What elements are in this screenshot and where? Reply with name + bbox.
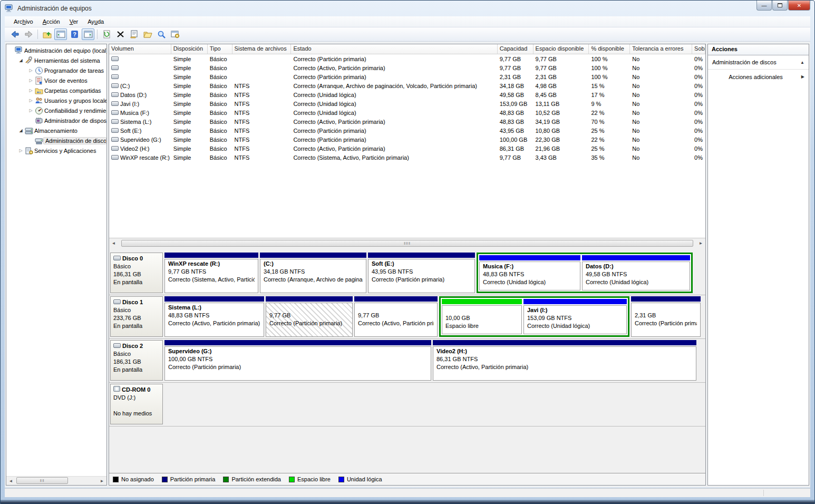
sidebar-item-administraci-n-de-discos[interactable]: Administración de discos [6, 135, 106, 146]
scrollbar-thumb[interactable]: ‖‖ [16, 477, 68, 484]
volume-row[interactable]: Soft (E:)SimpleBásicoNTFSCorrecto (Parti… [109, 126, 705, 135]
toolbar-button-console-window[interactable] [169, 28, 181, 40]
scroll-right-icon[interactable]: ► [98, 477, 106, 485]
volume-row[interactable]: SimpleBásicoCorrecto (Activo, Partición … [109, 63, 705, 72]
toolbar-button-delete[interactable] [114, 28, 127, 40]
cdrom-label[interactable]: CD-ROM 0DVD (J:) No hay medios [110, 384, 163, 424]
scrollbar-thumb[interactable]: ‖‖‖ [121, 240, 693, 247]
partition-video2-h[interactable]: Video2 (H:)86,31 GB NTFSCorrecto (Activo… [433, 340, 696, 381]
column-header--disponible[interactable]: % disponible [589, 44, 630, 54]
volume-row[interactable]: WinXP rescate (R:)SimpleBásicoNTFSCorrec… [109, 153, 705, 162]
volume-row[interactable]: SimpleBásicoCorrecto (Partición primaria… [109, 72, 705, 81]
menu-item-accin[interactable]: Acción [38, 17, 65, 26]
toolbar-button-properties[interactable] [128, 28, 140, 40]
column-header-capacidad[interactable]: Capacidad [498, 44, 533, 54]
expander-collapsed-icon[interactable]: ▷ [27, 98, 34, 103]
reliability-icon [34, 106, 43, 115]
toolbar-button-help[interactable]: ? [68, 28, 81, 40]
cell-tolerancia-a-errores: No [630, 146, 692, 152]
menu-item-ayuda[interactable]: Ayuda [83, 17, 109, 26]
disk-label-1[interactable]: Disco 1Básico233,76 GBEn pantalla [110, 296, 163, 337]
column-header-tipo[interactable]: Tipo [208, 44, 232, 54]
actions-item-additional[interactable]: Acciones adicionales ▶ [708, 70, 809, 84]
column-header-sobrecarga[interactable]: Sobrecarga [692, 44, 705, 54]
actions-group-disk-management[interactable]: Administración de discos ▲ [708, 55, 809, 70]
expander-collapsed-icon[interactable]: ▷ [27, 108, 34, 113]
expander-expanded-icon[interactable]: ◢ [17, 58, 24, 63]
sidebar-item-servicios-y-aplicaciones[interactable]: ▷Servicios y Aplicaciones [6, 146, 106, 156]
expander-collapsed-icon[interactable]: ▷ [27, 88, 34, 93]
tree-horizontal-scrollbar[interactable]: ◄ ‖‖ ► [6, 476, 106, 485]
partition-supervideo-g[interactable]: Supervideo (G:)100,00 GB NTFSCorrecto (P… [164, 340, 431, 381]
sidebar-item-administraci-n-del-equipo-loca[interactable]: Administración del equipo (local) [6, 45, 106, 55]
volume-row[interactable]: Datos (D:)SimpleBásicoNTFSCorrecto (Unid… [109, 90, 705, 99]
sidebar-item-programador-de-tareas[interactable]: ▷Programador de tareas [6, 65, 106, 75]
column-header-sistema-de-archivos[interactable]: Sistema de archivos [232, 44, 292, 54]
partition-musica-f[interactable]: Musica (F:)48,83 GB NTFSCorrecto (Unidad… [479, 255, 580, 290]
volume-row[interactable]: Musica (F:)SimpleBásicoNTFSCorrecto (Uni… [109, 108, 705, 117]
toolbar-button-back[interactable] [8, 28, 21, 40]
column-header-volumen[interactable]: Volumen [109, 44, 171, 54]
expander-collapsed-icon[interactable]: ▷ [17, 148, 24, 153]
partition-hatched[interactable]: 9,77 GBCorrecto (Partición primaria) [266, 296, 353, 337]
toolbar-button-forward[interactable] [22, 28, 35, 40]
sidebar-item-administrador-de-dispositivos[interactable]: Administrador de dispositivos [6, 115, 106, 125]
partition-c[interactable]: (C:)34,18 GB NTFSCorrecto (Arranque, Arc… [260, 253, 366, 293]
volume-row[interactable]: Sistema (L:)SimpleBásicoNTFSCorrecto (Ac… [109, 117, 705, 126]
sidebar-item-visor-de-eventos[interactable]: ▷Visor de eventos [6, 75, 106, 85]
scroll-left-icon[interactable]: ◄ [109, 239, 118, 248]
disk-label-0[interactable]: Disco 0Básico186,31 GBEn pantalla [110, 253, 163, 293]
expander-collapsed-icon[interactable]: ▷ [27, 68, 34, 73]
expander-collapsed-icon[interactable]: ▷ [27, 78, 34, 83]
partition-size: 43,95 GB NTFS [372, 268, 471, 276]
scroll-left-icon[interactable]: ◄ [6, 477, 15, 485]
title-bar[interactable]: Administración de equipos — ✕ [1, 1, 814, 16]
menu-item-ver[interactable]: Ver [65, 17, 83, 26]
column-header-espacio-disponible[interactable]: Espacio disponible [533, 44, 589, 54]
partition-sistema-l[interactable]: Sistema (L:)48,83 GB NTFSCorrecto (Activ… [164, 296, 264, 337]
toolbar-button-find[interactable] [155, 28, 168, 40]
collapse-caret-icon[interactable]: ▲ [800, 60, 804, 65]
legend-item-unidad-l-gica: Unidad lógica [338, 476, 382, 482]
cell-tipo: Básico [208, 119, 232, 125]
column-header-estado[interactable]: Estado [291, 44, 497, 54]
toolbar-button-show-console-tree[interactable] [54, 28, 67, 40]
expander-expanded-icon[interactable]: ◢ [17, 128, 24, 133]
partition-free[interactable]: 10,00 GBEspacio libre [442, 299, 522, 334]
toolbar-button-export-list[interactable] [41, 28, 53, 40]
maximize-button[interactable] [772, 1, 788, 11]
menu-item-archivo[interactable]: Archivo [9, 17, 38, 26]
minimize-button[interactable]: — [756, 1, 772, 11]
volume-row[interactable]: Supervideo (G:)SimpleBásicoNTFSCorrecto … [109, 135, 705, 144]
sidebar-item-almacenamiento[interactable]: ◢Almacenamiento [6, 125, 106, 135]
partition-name: Datos (D:) [586, 263, 686, 270]
cell-sistema-de-archivos: NTFS [232, 101, 292, 107]
sidebar-item-usuarios-y-grupos-locales[interactable]: ▷Usuarios y grupos locales [6, 95, 106, 105]
cell-estado: Correcto (Unidad lógica) [291, 101, 497, 107]
toolbar-button-show-action-pane[interactable] [82, 28, 94, 40]
scroll-right-icon[interactable]: ► [696, 239, 705, 248]
sidebar-item-confiabilidad-y-rendimiento[interactable]: ▷Confiabilidad y rendimiento [6, 105, 106, 115]
sidebar-item-carpetas-compartidas[interactable]: ▷Carpetas compartidas [6, 85, 106, 95]
column-header-disposici-n[interactable]: Disposición [171, 44, 208, 54]
partition-datos-d[interactable]: Datos (D:)49,58 GB NTFSCorrecto (Unidad … [582, 255, 690, 290]
partition-winxp-rescate-r[interactable]: WinXP rescate (R:)9,77 GB NTFSCorrecto (… [164, 253, 258, 293]
disk-name: Disco 2 [113, 342, 160, 350]
partition-primary[interactable]: 2,31 GBCorrecto (Partición primaria) [631, 296, 701, 337]
volume-row[interactable]: (C:)SimpleBásicoNTFSCorrecto (Arranque, … [109, 81, 705, 90]
disk-label-2[interactable]: Disco 2Básico186,31 GBEn pantalla [110, 340, 163, 381]
volume-row[interactable]: Video2 (H:)SimpleBásicoNTFSCorrecto (Act… [109, 144, 705, 153]
volume-row[interactable]: SimpleBásicoCorrecto (Partición primaria… [109, 54, 705, 63]
sidebar-item-herramientas-del-sistema[interactable]: ◢Herramientas del sistema [6, 55, 106, 65]
device-manager-icon [34, 117, 43, 125]
close-button[interactable]: ✕ [788, 1, 810, 11]
partition-primary[interactable]: 9,77 GBCorrecto (Activo, Partición prima… [354, 296, 438, 337]
partition-status: Correcto (Partición primaria) [635, 319, 697, 327]
toolbar-button-refresh[interactable] [100, 28, 113, 40]
volume-list-horizontal-scrollbar[interactable]: ◄ ‖‖‖ ► [109, 239, 705, 248]
partition-soft-e[interactable]: Soft (E:)43,95 GB NTFSCorrecto (Partició… [368, 253, 475, 293]
column-header-tolerancia-a-errores[interactable]: Tolerancia a errores [630, 44, 692, 54]
partition-javi-i[interactable]: Javi (I:)153,09 GB NTFSCorrecto (Unidad … [523, 299, 627, 334]
volume-row[interactable]: Javi (I:)SimpleBásicoNTFSCorrecto (Unida… [109, 99, 705, 108]
toolbar-button-open-folder[interactable] [141, 28, 154, 40]
